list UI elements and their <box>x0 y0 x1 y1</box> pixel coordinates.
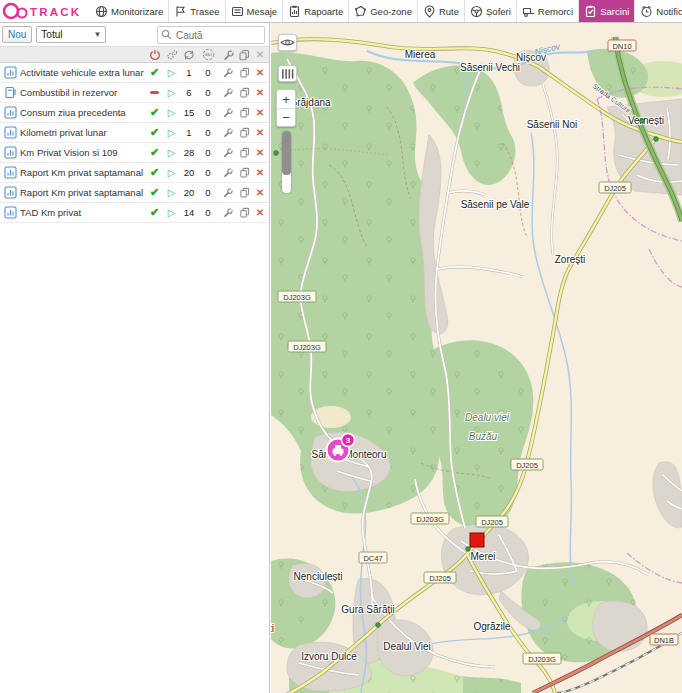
search-input[interactable] <box>157 26 265 44</box>
nav-notificari[interactable]: Notificări <box>635 0 682 22</box>
task-count-2: 0 <box>198 207 218 218</box>
edit-wrench-icon[interactable] <box>218 187 237 198</box>
delete-task-button[interactable]: ✕ <box>251 207 269 218</box>
task-row[interactable]: Activitate vehicule extra lunar ✔ ▷ 1 0 … <box>0 63 269 83</box>
nav-label: Șoferi <box>486 6 511 17</box>
edit-wrench-icon[interactable] <box>218 67 237 78</box>
task-count-2: 0 <box>198 167 218 178</box>
status-inactive-icon[interactable] <box>146 91 163 94</box>
new-task-button[interactable]: Nou <box>2 26 32 43</box>
nav-trasee[interactable]: Trasee <box>169 0 225 22</box>
run-task-button[interactable]: ▷ <box>163 187 180 198</box>
task-count-1: 20 <box>180 187 198 198</box>
road-badge-dj205: DJ205 <box>599 182 631 193</box>
nav-mesaje[interactable]: Mesaje <box>226 0 284 22</box>
flag-icon <box>174 5 187 18</box>
visibility-eye-button[interactable] <box>278 34 297 51</box>
status-active-icon[interactable]: ✔ <box>146 106 163 119</box>
nav-geo-zone[interactable]: Geo-zone <box>349 0 418 22</box>
copy-task-icon[interactable] <box>237 127 251 138</box>
run-task-button[interactable]: ▷ <box>163 167 180 178</box>
globe-icon <box>95 5 108 18</box>
nav-rapoarte[interactable]: Rapoarte <box>283 0 349 22</box>
nav-label: Remorci <box>538 6 573 17</box>
max-limit-icon: MAX <box>198 48 218 61</box>
edit-wrench-icon[interactable] <box>218 87 237 98</box>
delete-task-button[interactable]: ✕ <box>251 67 269 78</box>
status-active-icon[interactable]: ✔ <box>146 186 163 199</box>
copy-task-icon[interactable] <box>237 207 251 218</box>
svg-text:iești: iești <box>271 623 274 634</box>
ruler-bars-icon <box>281 68 294 80</box>
edit-wrench-icon[interactable] <box>218 147 237 158</box>
map-canvas[interactable]: DN10 DJ205 DJ205 DJ205 DJ205 DJ203G DJ20… <box>271 23 682 693</box>
edit-wrench-icon[interactable] <box>218 127 237 138</box>
nav-remorci[interactable]: Remorci <box>517 0 579 22</box>
road-badge-dj205: DJ205 <box>424 572 456 583</box>
nav-soferi[interactable]: Șoferi <box>465 0 517 22</box>
wrench-icon <box>218 49 237 61</box>
copy-task-icon[interactable] <box>237 147 251 158</box>
trailer-icon <box>522 5 535 18</box>
copy-task-icon[interactable] <box>237 67 251 78</box>
task-row[interactable]: Raport Km privat saptamanal html ✔ ▷ 20 … <box>0 183 269 203</box>
svg-text:Săsenii Noi: Săsenii Noi <box>527 119 578 130</box>
status-active-icon[interactable]: ✔ <box>146 126 163 139</box>
delete-task-button[interactable]: ✕ <box>251 127 269 138</box>
status-active-icon[interactable]: ✔ <box>146 206 163 219</box>
top-navigation: TRACK Monitorizare Trasee Mesaje Rapoart… <box>0 0 682 23</box>
alert-marker[interactable] <box>470 533 484 547</box>
delete-task-button[interactable]: ✕ <box>251 107 269 118</box>
delete-task-button[interactable]: ✕ <box>251 147 269 158</box>
task-row[interactable]: Consum ziua precedenta ✔ ▷ 15 0 ✕ <box>0 103 269 123</box>
nav-sarcini[interactable]: Sarcini <box>579 0 635 22</box>
svg-text:Nenciulești: Nenciulești <box>294 571 343 582</box>
run-task-button[interactable]: ▷ <box>163 87 180 98</box>
copy-task-icon[interactable] <box>237 187 251 198</box>
task-row[interactable]: Kilometri privat lunar ✔ ▷ 1 0 ✕ <box>0 123 269 143</box>
run-task-button[interactable]: ▷ <box>163 207 180 218</box>
task-row[interactable]: Km Privat Vision si 109 ✔ ▷ 28 0 ✕ <box>0 143 269 163</box>
zoom-in-button[interactable]: + <box>277 90 295 108</box>
measure-tool-button[interactable] <box>278 65 297 82</box>
task-row[interactable]: TAD Km privat ✔ ▷ 14 0 ✕ <box>0 203 269 223</box>
run-task-button[interactable]: ▷ <box>163 127 180 138</box>
run-task-button[interactable]: ▷ <box>163 67 180 78</box>
status-active-icon[interactable]: ✔ <box>146 166 163 179</box>
delete-task-button[interactable]: ✕ <box>251 187 269 198</box>
svg-text:DC47: DC47 <box>363 554 382 563</box>
delete-task-button[interactable]: ✕ <box>251 87 269 98</box>
filter-select[interactable]: Totul ▼ <box>36 26 106 43</box>
edit-wrench-icon[interactable] <box>218 167 237 178</box>
delete-task-button[interactable]: ✕ <box>251 167 269 178</box>
run-task-button[interactable]: ▷ <box>163 147 180 158</box>
task-count-1: 6 <box>180 87 198 98</box>
zoom-out-button[interactable]: − <box>277 108 295 126</box>
task-name: Consum ziua precedenta <box>20 107 146 118</box>
nav-label: Monitorizare <box>111 6 163 17</box>
task-count-2: 0 <box>198 147 218 158</box>
edit-wrench-icon[interactable] <box>218 207 237 218</box>
copy-task-icon[interactable] <box>237 167 251 178</box>
search-icon <box>161 29 172 40</box>
map-scrollbar-thumb[interactable] <box>282 131 291 175</box>
task-row[interactable]: Combustibil in rezervor ▷ 6 0 ✕ <box>0 83 269 103</box>
copy-task-icon[interactable] <box>237 107 251 118</box>
report-task-icon <box>0 206 20 219</box>
svg-text:Dealul Viei: Dealul Viei <box>383 641 431 652</box>
copy-task-icon[interactable] <box>237 87 251 98</box>
edit-wrench-icon[interactable] <box>218 107 237 118</box>
task-count-2: 0 <box>198 67 218 78</box>
power-icon <box>146 49 163 61</box>
task-row[interactable]: Raport Km privat saptamanal ✔ ▷ 20 0 ✕ <box>0 163 269 183</box>
svg-text:Vernești: Vernești <box>628 115 664 126</box>
road-badge-dn10: DN10 <box>608 40 636 51</box>
status-active-icon[interactable]: ✔ <box>146 146 163 159</box>
zoom-control: + − <box>276 89 296 127</box>
status-active-icon[interactable]: ✔ <box>146 66 163 79</box>
nav-monitorizare[interactable]: Monitorizare <box>90 0 169 22</box>
task-name: Raport Km privat saptamanal <box>20 167 146 178</box>
svg-text:Dealu viei: Dealu viei <box>465 412 510 423</box>
nav-rute[interactable]: Rute <box>418 0 465 22</box>
run-task-button[interactable]: ▷ <box>163 107 180 118</box>
